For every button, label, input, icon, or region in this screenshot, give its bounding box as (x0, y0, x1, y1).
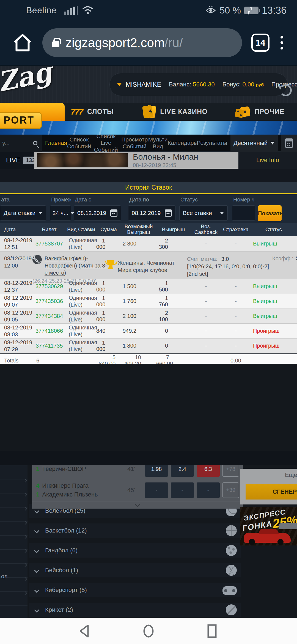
bet-history-title: История Ставок (0, 182, 297, 194)
insurance: - (221, 313, 250, 319)
main-tabs: 777СЛОТЫLIVE КАЗИНОПРОЧИЕ (0, 103, 297, 121)
bet-row: 08-12-201912:51377538707Одиночная(Live)1… (0, 236, 297, 252)
coupon-panel: Еще... СГЕНЕРИ (240, 469, 297, 504)
filter-date[interactable]: 08.12.2019 (74, 205, 121, 221)
more-link[interactable]: Еще... (285, 471, 297, 479)
match-teams: 4Инжинерс Прага1Академикс Пльзень (36, 481, 127, 499)
show-button[interactable]: Показать (258, 205, 282, 221)
signal-icon (64, 6, 78, 15)
search-input[interactable]: у... (0, 135, 42, 152)
chevron-down-icon (38, 212, 43, 214)
bet-row: 08-12-201908:03377418066Одиночная(Live)8… (0, 324, 297, 339)
odd-button[interactable]: - (197, 482, 220, 498)
chevron-down-icon (34, 607, 39, 612)
tab-label: LIVE КАЗИНО (160, 108, 207, 116)
cashback: - (191, 283, 221, 290)
chevron-down-icon (135, 502, 140, 507)
bet-type: Одиночная(Live) (66, 339, 96, 353)
calculator-button[interactable] (281, 135, 297, 152)
nav-item[interactable]: Список Live Событий (91, 133, 121, 153)
possible-win: 2 300 (121, 241, 156, 247)
cricket-icon (226, 604, 237, 615)
match-time: 45' (127, 487, 145, 494)
cashback: - (191, 313, 221, 319)
match-time: 41' (127, 465, 145, 473)
match-banner[interactable]: Болонья - Милан 08-12-2019 22:45 (34, 152, 238, 169)
sports-accordions: Волейбол (25)Баскетбол (12)Гандбол (6)Бе… (29, 504, 241, 617)
filter-label: Дата с (74, 194, 121, 203)
accordion-baseball[interactable]: Бейсбол (1) (29, 563, 241, 577)
bet-date: 08-12-201907:29 (0, 339, 32, 353)
tab-cards[interactable]: LIVE КАЗИНО (146, 106, 207, 118)
odd-button[interactable]: - (145, 482, 168, 498)
filter-field: СтатусВсе ставки (179, 194, 228, 203)
totals-row: Totals 6 5 840.00 10 409.20 7 660.00 0.0… (0, 353, 297, 364)
ticket-link[interactable]: 377435036 (32, 298, 66, 304)
ticket-link[interactable]: 377434384 (32, 313, 66, 319)
bet-sum: 840 (96, 328, 121, 334)
filter-select[interactable]: 24 ч... (50, 205, 71, 221)
event-row[interactable]: 4Инжинерс Прага1Академикс Пльзень45'---+… (32, 479, 243, 501)
insurance: - (221, 328, 250, 334)
bet-date: 08-12-201912:51 (0, 237, 32, 251)
accordion-handball[interactable]: Гандбол (6) (29, 543, 241, 558)
odds-format-select[interactable]: Десятичный (230, 135, 278, 152)
generate-button[interactable]: СГЕНЕРИ (246, 484, 297, 500)
ticket-link[interactable]: 377538707 (32, 241, 66, 247)
cashback: - (191, 328, 221, 334)
chevron-icon (23, 577, 27, 581)
ticket-link[interactable]: 377418066 (32, 328, 66, 334)
tab-slots[interactable]: 777СЛОТЫ (71, 107, 114, 116)
account-bar: MISHAMIKE Баланс: 5660.30 Бонус: 0.00 ру… (109, 73, 288, 96)
search-icon (33, 141, 37, 145)
win-amount: 0 (156, 343, 191, 349)
nav-item[interactable]: Календарь (167, 140, 197, 146)
possible-win: 1 800 (121, 343, 156, 349)
account-chevron-down-icon[interactable] (117, 83, 122, 86)
nav-item[interactable]: Список Событий (67, 136, 91, 149)
lock-icon (52, 41, 59, 47)
nav-item[interactable]: Главная (45, 140, 67, 146)
win-amount: 0 (156, 328, 191, 334)
tab-dice[interactable]: ПРОЧИЕ (240, 107, 284, 117)
accordion-cricket[interactable]: Крикет (2) (29, 603, 241, 617)
accordion-basketball[interactable]: Баскетбол (12) (29, 523, 241, 538)
tab-counter-button[interactable]: 14 (251, 34, 270, 52)
android-back-button[interactable] (78, 624, 92, 639)
nav-item[interactable]: Мульти Вид (148, 136, 168, 149)
odd-button[interactable]: - (171, 482, 194, 498)
filter-select[interactable]: Дата ставки (0, 205, 46, 221)
filter-input[interactable] (232, 205, 255, 221)
column-header: Билет (32, 227, 66, 233)
browser-menu-icon[interactable] (279, 34, 285, 51)
nav-item[interactable]: Просмотр Событий (121, 136, 148, 149)
more-odds-button[interactable]: +39 (222, 482, 239, 498)
chevron-icon (23, 591, 27, 595)
chevron-icon (23, 493, 27, 497)
accordion-gamepad[interactable]: Киберспорт (5) (29, 583, 241, 597)
android-home-button[interactable] (141, 624, 156, 639)
ticket-link[interactable]: 377530629 (32, 283, 66, 290)
live-info-link[interactable]: Live Info (256, 157, 279, 164)
filter-date[interactable]: 08.12.2019 (128, 205, 175, 221)
nav-item[interactable]: Результаты (197, 140, 227, 146)
carrier-label: Beeline (26, 5, 56, 15)
username[interactable]: MISHAMIKE (126, 81, 161, 88)
filter-label: Дата по (128, 194, 175, 203)
chevron-icon (23, 549, 27, 553)
match-link[interactable]: Вакифбанк(жен)-Новара(жен) (Матч за 3-е … (45, 255, 107, 276)
filter-select[interactable]: Все ставки (179, 205, 228, 221)
refresh-icon[interactable] (280, 84, 292, 96)
android-recents-button[interactable] (205, 624, 219, 639)
expand-chevron[interactable] (32, 501, 243, 507)
ticket-link[interactable]: 377411735 (32, 343, 66, 349)
android-nav-bar (0, 618, 297, 644)
home-icon[interactable] (12, 33, 33, 53)
express-race-ad[interactable]: ЭКСПРЕСС ГОНКА 25% (240, 507, 297, 545)
live-bar: LIVE 133 Болонья - Милан 08-12-2019 22:4… (0, 152, 297, 169)
filter-label: Промеж... (50, 194, 71, 203)
url-text: zigzagsport2.com/ru/ (65, 35, 183, 50)
url-bar[interactable]: zigzagsport2.com/ru/ (42, 28, 242, 57)
win-amount: 1 500 (156, 280, 191, 293)
dice-icon (240, 106, 251, 117)
